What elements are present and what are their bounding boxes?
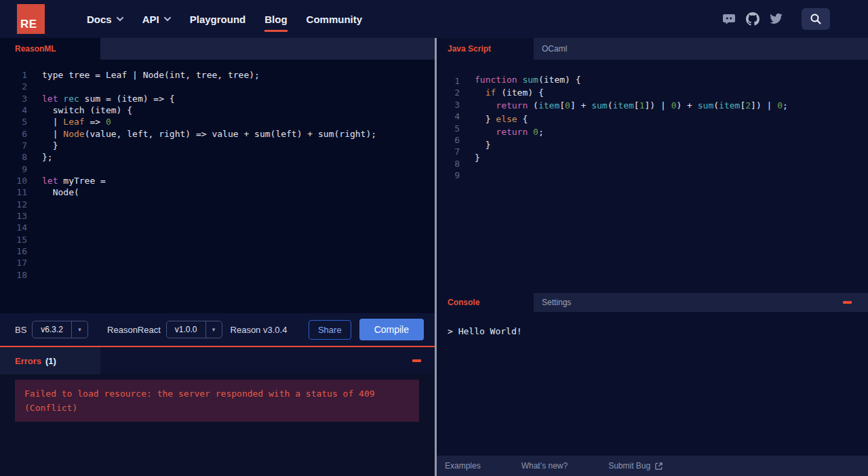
- code-line: 18: [0, 269, 435, 281]
- code-line: 11 Node(: [0, 186, 435, 198]
- tab-javascript[interactable]: Java Script: [437, 38, 534, 60]
- compiler-toolbar: BS v6.3.2 ▾ ReasonReact v1.0.0 ▾ Reason …: [0, 313, 435, 346]
- code-line: 3let rec sum = (item) => {: [0, 93, 435, 104]
- line-number: 1: [437, 75, 460, 87]
- code-line: }: [475, 151, 788, 164]
- code-line: 12: [0, 199, 435, 210]
- console-header: Console Settings: [437, 293, 868, 312]
- line-number: 12: [0, 199, 27, 210]
- line-number: 15: [0, 234, 27, 245]
- nav-item-docs[interactable]: Docs: [87, 14, 123, 25]
- code-line: 4 switch (item) {: [0, 104, 435, 116]
- top-nav: RE Docs API Playground Blog Community: [0, 0, 868, 38]
- line-number: 9: [0, 163, 27, 175]
- reason-code-editor[interactable]: 1type tree = Leaf | Node(int, tree, tree…: [0, 60, 435, 313]
- caret-down-icon: ▾: [205, 321, 222, 338]
- line-number: 4: [0, 104, 27, 116]
- code-line: 9: [0, 163, 435, 175]
- line-number: 14: [0, 222, 27, 233]
- minimize-icon[interactable]: [412, 359, 421, 362]
- reasonreact-version-select[interactable]: v1.0.0 ▾: [166, 321, 222, 338]
- code-line: 6 | Node(value, left, right) => value + …: [0, 128, 435, 140]
- footer-link-whats-new[interactable]: What’s new?: [521, 461, 568, 471]
- logo-text: RE: [20, 18, 37, 31]
- line-number: 7: [0, 140, 27, 151]
- share-button[interactable]: Share: [309, 320, 351, 340]
- code-line: return (item[0] + sum(item[1]) | 0) + su…: [475, 99, 788, 112]
- search-button[interactable]: [802, 8, 830, 30]
- bs-version-select[interactable]: v6.3.2 ▾: [32, 321, 88, 338]
- twitter-icon[interactable]: [770, 14, 783, 24]
- line-number: 8: [0, 151, 27, 163]
- reason-logo[interactable]: RE: [17, 4, 45, 34]
- nav-item-community[interactable]: Community: [307, 14, 363, 25]
- line-number: 13: [0, 210, 27, 222]
- line-number: 3: [0, 93, 27, 104]
- footer-link-submit-bug[interactable]: Submit Bug: [608, 461, 663, 471]
- line-number: 1: [0, 69, 27, 81]
- console-output: > Hello World!: [437, 312, 868, 456]
- github-icon[interactable]: [746, 12, 760, 26]
- nav-item-api[interactable]: API: [142, 14, 171, 25]
- line-number: 11: [0, 186, 27, 198]
- line-number: 2: [0, 81, 27, 92]
- line-number: 3: [437, 99, 460, 111]
- code-line: 8};: [0, 151, 435, 163]
- nav-item-playground[interactable]: Playground: [190, 14, 246, 25]
- errors-count-badge: (1): [45, 356, 56, 366]
- line-number: 7: [437, 146, 460, 157]
- left-tabbar: ReasonML: [0, 38, 435, 60]
- tab-settings[interactable]: Settings: [534, 293, 571, 312]
- code-line: [475, 178, 788, 191]
- search-icon: [810, 13, 822, 25]
- reason-version-text: Reason v3.0.4: [231, 325, 288, 335]
- code-line: 15: [0, 234, 435, 245]
- line-number: 5: [0, 116, 27, 127]
- code-line: 10let myTree =: [0, 175, 435, 186]
- code-line: 16: [0, 245, 435, 257]
- line-number: 5: [437, 123, 460, 134]
- chevron-down-icon: [164, 17, 171, 22]
- errors-body: Failed to load resource: the server resp…: [0, 374, 435, 476]
- caret-down-icon: ▾: [71, 321, 87, 338]
- code-line: 17: [0, 257, 435, 269]
- code-line: [475, 164, 788, 177]
- console-log-line: > Hello World!: [448, 326, 522, 336]
- errors-header: Errors (1): [0, 347, 435, 374]
- line-number: 18: [0, 269, 27, 281]
- left-pane: ReasonML 1type tree = Leaf | Node(int, t…: [0, 38, 435, 476]
- js-output-code: function sum(item) { if (item) { return …: [475, 60, 788, 293]
- nav-right: [722, 8, 868, 30]
- line-number-gutter: 123456789: [437, 60, 460, 293]
- output-tabbar: Java Script OCaml: [437, 38, 868, 60]
- line-number: 9: [437, 170, 460, 181]
- line-number: 6: [437, 134, 460, 146]
- discord-icon[interactable]: [722, 14, 736, 25]
- line-number: 8: [437, 158, 460, 170]
- playground-main: ReasonML 1type tree = Leaf | Node(int, t…: [0, 38, 868, 476]
- compile-button[interactable]: Compile: [359, 319, 424, 340]
- main-nav: Docs API Playground Blog Community: [87, 14, 362, 25]
- tab-console[interactable]: Console: [437, 293, 534, 312]
- line-number: 6: [0, 128, 27, 140]
- tab-reasonml[interactable]: ReasonML: [0, 38, 100, 60]
- code-line: function sum(item) {: [475, 73, 788, 86]
- code-line: 1type tree = Leaf | Node(int, tree, tree…: [0, 69, 435, 81]
- tab-ocaml[interactable]: OCaml: [534, 38, 567, 60]
- footer-link-examples[interactable]: Examples: [445, 461, 481, 471]
- minimize-icon[interactable]: [843, 301, 852, 304]
- code-line: 7 }: [0, 140, 435, 151]
- code-line: return 0;: [475, 125, 788, 138]
- code-line: if (item) {: [475, 86, 788, 99]
- nav-item-blog[interactable]: Blog: [264, 14, 287, 25]
- code-line: } else {: [475, 113, 788, 125]
- line-number: 16: [0, 245, 27, 257]
- code-line: 5 | Leaf => 0: [0, 116, 435, 127]
- code-line: 14: [0, 222, 435, 233]
- right-pane: Java Script OCaml 123456789 function sum…: [437, 38, 868, 476]
- reasonreact-label: ReasonReact: [107, 325, 161, 335]
- line-number: 4: [437, 111, 460, 122]
- js-output-editor[interactable]: 123456789 function sum(item) { if (item)…: [437, 60, 868, 293]
- tab-errors[interactable]: Errors (1): [0, 347, 100, 374]
- chevron-down-icon: [117, 17, 123, 22]
